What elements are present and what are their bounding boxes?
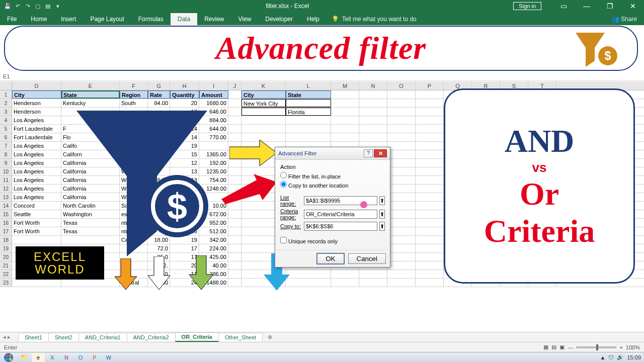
ok-button[interactable]: OK xyxy=(317,253,344,264)
taskbar-explorer-icon[interactable]: 📁 xyxy=(18,353,31,362)
help-icon[interactable]: ? xyxy=(364,149,373,157)
col-head[interactable]: L xyxy=(286,81,331,90)
funnel-icon: $ xyxy=(76,111,217,257)
tab-help[interactable]: Help xyxy=(300,13,327,25)
undo-icon[interactable]: ↶ xyxy=(14,3,21,10)
start-button[interactable] xyxy=(0,352,17,363)
dialog-title: Advanced Filter xyxy=(278,150,364,156)
tab-data[interactable]: Data xyxy=(171,13,197,25)
close-button[interactable]: ✕ xyxy=(622,0,644,12)
view-normal-icon[interactable]: ▦ xyxy=(543,344,548,350)
chevron-down-icon[interactable]: ▾ xyxy=(54,3,61,10)
tab-developer[interactable]: Developer xyxy=(258,13,300,25)
tab-home[interactable]: Home xyxy=(24,13,54,25)
col-head[interactable]: I xyxy=(199,81,228,90)
right-panel: AND vs Or Criteria xyxy=(444,88,635,284)
select-all-corner[interactable] xyxy=(0,81,12,90)
sign-in-button[interactable]: Sign in xyxy=(513,2,541,10)
col-head[interactable]: H xyxy=(170,81,199,90)
unique-records-checkbox[interactable]: Unique records only xyxy=(280,237,385,244)
sheet-tab[interactable]: Sheet2 xyxy=(48,333,79,341)
tell-me-box[interactable]: 💡Tell me what you want to do xyxy=(332,16,417,25)
bulb-icon: 💡 xyxy=(332,16,339,23)
save-icon[interactable]: 💾 xyxy=(4,3,11,10)
arrow-yellow-right-icon xyxy=(229,140,277,166)
arrow-white-down-icon xyxy=(148,256,170,290)
status-bar: Enter ▦ ▤ ▣ — + 100% xyxy=(0,342,644,352)
sheet-tab[interactable]: AND_Criteria2 xyxy=(127,333,176,341)
col-head[interactable]: P xyxy=(416,81,444,90)
action-heading: Action xyxy=(280,164,385,170)
criteria-range-input[interactable] xyxy=(304,210,377,219)
ribbon-options-icon[interactable]: ▭ xyxy=(552,0,575,12)
range-picker-icon[interactable]: ⬆ xyxy=(379,196,385,205)
new-sheet-button[interactable]: ⊕ xyxy=(265,334,274,340)
col-head[interactable]: M xyxy=(331,81,359,90)
tab-page-layout[interactable]: Page Layout xyxy=(83,13,131,25)
tab-file[interactable]: File xyxy=(0,13,24,25)
view-break-icon[interactable]: ▣ xyxy=(559,344,565,350)
minimize-button[interactable]: — xyxy=(576,0,598,12)
text-criteria: Criteria xyxy=(484,213,595,250)
redo-icon[interactable]: ↷ xyxy=(24,3,31,10)
cursor-dot-icon xyxy=(360,201,367,208)
col-head[interactable]: O xyxy=(387,81,416,90)
svg-text:$: $ xyxy=(167,187,187,227)
cell-mode: Enter xyxy=(4,344,17,350)
col-head[interactable]: N xyxy=(359,81,387,90)
sheet-tab[interactable]: Sheet1 xyxy=(18,333,49,341)
svg-rect-7 xyxy=(9,354,12,357)
ribbon-tabs: File Home Insert Page Layout Formulas Da… xyxy=(0,12,644,25)
copy-to-label: Copy to: xyxy=(280,223,302,229)
col-head[interactable]: E xyxy=(61,81,120,90)
text-vs: vs xyxy=(532,160,547,175)
sheet-nav-icons[interactable]: ◂ ▸ xyxy=(3,334,11,340)
name-box[interactable]: E1 xyxy=(0,72,644,81)
funnel-money-icon: $ xyxy=(574,31,619,70)
copy-to-input[interactable] xyxy=(304,222,377,231)
tab-review[interactable]: Review xyxy=(197,13,231,25)
new-icon[interactable]: ▢ xyxy=(34,3,41,10)
svg-point-5 xyxy=(4,353,13,362)
taskbar-excel-icon[interactable]: X xyxy=(46,353,59,362)
range-picker-icon[interactable]: ⬆ xyxy=(379,210,385,219)
dialog-titlebar[interactable]: Advanced Filter ? ✕ xyxy=(275,147,390,160)
tray-clock[interactable]: 15:09 xyxy=(627,354,641,360)
tab-insert[interactable]: Insert xyxy=(54,13,83,25)
sheet-tab[interactable]: AND_Criteria1 xyxy=(78,333,127,341)
radio-copy-location[interactable]: Copy to another location xyxy=(280,181,385,189)
col-head[interactable]: J xyxy=(228,81,242,90)
tray-sound-icon[interactable]: 🔊 xyxy=(617,354,624,360)
tray-flag-icon[interactable]: ▲ xyxy=(600,354,606,360)
taskbar-powerpoint-icon[interactable]: P xyxy=(88,353,101,362)
share-button[interactable]: 👥 Share xyxy=(605,13,644,25)
tab-view[interactable]: View xyxy=(231,13,259,25)
taskbar-outlook-icon[interactable]: O xyxy=(74,353,87,362)
maximize-button[interactable]: ❐ xyxy=(599,0,621,12)
sheet-tab-active[interactable]: OR_Criteria xyxy=(175,332,219,342)
open-icon[interactable]: ▤ xyxy=(44,3,51,10)
tab-formulas[interactable]: Formulas xyxy=(131,13,171,25)
view-layout-icon[interactable]: ▤ xyxy=(551,344,556,350)
range-picker-icon[interactable]: ⬆ xyxy=(379,222,385,231)
taskbar-onenote-icon[interactable]: N xyxy=(60,353,73,362)
col-head[interactable]: K xyxy=(242,81,286,90)
list-range-label: List range: xyxy=(280,195,302,207)
col-head[interactable]: D xyxy=(12,81,61,90)
col-head[interactable]: G xyxy=(148,81,170,90)
taskbar-word-icon[interactable]: W xyxy=(102,353,115,362)
close-icon[interactable]: ✕ xyxy=(374,149,387,157)
sheet-tab[interactable]: Other_Sheet xyxy=(218,333,263,341)
radio-filter-inplace[interactable]: Filter the list, in-place xyxy=(280,172,385,179)
system-tray[interactable]: ▲ 🛡 🔊 15:09 xyxy=(600,354,644,360)
document-title: filter.xlsx - Excel xyxy=(61,3,513,10)
col-head[interactable]: F xyxy=(120,81,148,90)
badge-line2: WORLD xyxy=(35,263,85,276)
arrow-green-down-icon xyxy=(189,255,213,290)
criteria-range-label: Criteria range: xyxy=(280,208,302,220)
hero-text: Advanced filter xyxy=(216,30,426,67)
tray-wifi-icon[interactable]: 🛡 xyxy=(608,354,614,360)
zoom-controls[interactable]: ▦ ▤ ▣ — + 100% xyxy=(543,344,640,350)
taskbar-ie-icon[interactable]: e xyxy=(32,353,45,362)
cancel-button[interactable]: Cancel xyxy=(348,253,386,264)
